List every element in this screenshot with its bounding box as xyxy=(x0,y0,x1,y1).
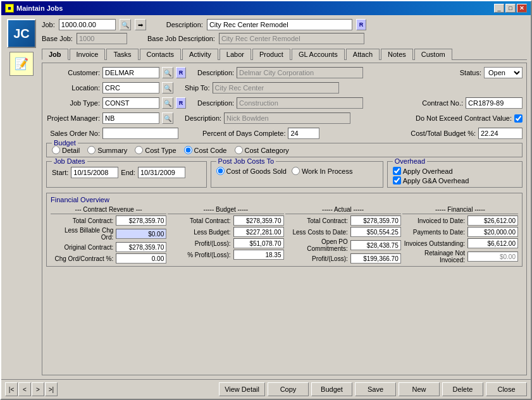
tab-invoice[interactable]: Invoice xyxy=(70,49,106,60)
do-not-exceed-label: Do Not Exceed Contract Value: xyxy=(416,114,512,122)
start-label: Start: xyxy=(52,169,68,176)
pm-search-button[interactable]: 🔍 xyxy=(162,112,173,124)
job-type-r-button[interactable]: R xyxy=(176,97,186,109)
description-input[interactable] xyxy=(207,19,352,30)
location-input[interactable] xyxy=(102,82,159,94)
title-bar: ■ Maintain Jobs _ □ ✕ xyxy=(1,1,531,15)
cost-budget-input[interactable] xyxy=(478,128,523,139)
tab-tasks[interactable]: Tasks xyxy=(106,49,138,60)
tab-bar: Job Invoice Tasks Contacts Activity Labo… xyxy=(42,48,527,60)
budget-cost-category-label: Cost Category xyxy=(245,147,289,154)
location-search-button[interactable]: 🔍 xyxy=(162,82,173,94)
contract-revenue-header: --- Contract Revenue --- xyxy=(51,206,166,214)
do-not-exceed-checkbox[interactable] xyxy=(514,114,523,123)
tab-activity[interactable]: Activity xyxy=(182,49,218,60)
budget-cost-code-radio[interactable] xyxy=(184,146,192,154)
budget-radios: Detail Summary Cost Type Cost Code Cost … xyxy=(52,146,517,154)
f-invoiced-value: $26,612.00 xyxy=(467,215,518,226)
tab-contacts[interactable]: Contacts xyxy=(140,49,181,60)
end-label: End: xyxy=(121,169,135,176)
nav-next-button[interactable]: > xyxy=(32,382,44,396)
view-detail-button[interactable]: View Detail xyxy=(219,382,265,396)
customer-r-button[interactable]: R xyxy=(176,67,186,78)
start-date-input[interactable] xyxy=(71,167,118,178)
save-button[interactable]: Save xyxy=(355,382,396,396)
percent-complete-input[interactable] xyxy=(288,128,319,139)
apply-overhead-checkbox[interactable] xyxy=(393,167,401,175)
job-type-label: Job Type: xyxy=(46,99,100,107)
maximize-button[interactable]: □ xyxy=(505,4,516,13)
f-payments-label: Payments to Date: xyxy=(402,229,467,236)
cogs-radio[interactable] xyxy=(216,167,225,175)
main-panel: Job: 🔍 ➡ Description: R Base Job: Base J… xyxy=(42,19,527,375)
nav-first-button[interactable]: |< xyxy=(5,382,18,396)
b-profit-label: Profit/(Loss): xyxy=(168,240,233,247)
nav-prev-button[interactable]: < xyxy=(18,382,31,396)
budget-section-title: Budget xyxy=(52,139,78,147)
app-icon: ■ xyxy=(5,4,14,13)
customer-row: Customer: 🔍 R Description: Status: Open … xyxy=(46,67,523,78)
main-window: ■ Maintain Jobs _ □ ✕ JC 📝 Job: 🔍 ➡ Desc… xyxy=(0,0,532,400)
a-po-label: Open PO Commitments: xyxy=(285,238,350,252)
pm-input[interactable] xyxy=(102,112,159,124)
cr-chg-label: Chg Ord/Contract %: xyxy=(51,255,116,262)
sales-order-label: Sales Order No: xyxy=(46,130,100,137)
new-button[interactable]: New xyxy=(399,382,440,396)
apply-ga-checkbox[interactable] xyxy=(393,176,401,185)
content-area: JC 📝 Job: 🔍 ➡ Description: R Base Job: B… xyxy=(1,15,531,379)
budget-cost-type-radio[interactable] xyxy=(135,146,143,154)
tab-product[interactable]: Product xyxy=(252,49,290,60)
budget-summary-label: Summary xyxy=(97,147,127,154)
financial-col: ----- Financial ----- Invoiced to Date:$… xyxy=(402,206,518,264)
close-window-button[interactable]: ✕ xyxy=(517,4,527,13)
tab-labor[interactable]: Labor xyxy=(220,49,251,60)
f-payments-value: $20,000.00 xyxy=(467,227,518,237)
budget-detail-radio[interactable] xyxy=(52,146,60,154)
job-search-button[interactable]: 🔍 xyxy=(120,19,131,30)
sales-order-input[interactable] xyxy=(102,128,178,139)
b-total-value: $278,359.70 xyxy=(233,215,284,226)
tab-custom[interactable]: Custom xyxy=(414,49,452,60)
base-job-desc-label: Base Job Description: xyxy=(147,35,215,42)
close-button[interactable]: Close xyxy=(486,382,527,396)
job-type-row: Job Type: 🔍 R Description: Contract No.: xyxy=(46,97,523,109)
customer-input[interactable] xyxy=(102,67,159,78)
b-pct-value: 18.35 xyxy=(233,250,284,260)
delete-button[interactable]: Delete xyxy=(442,382,483,396)
budget-button[interactable]: Budget xyxy=(311,382,352,396)
base-job-label: Base Job: xyxy=(42,35,73,42)
tab-attach[interactable]: Attach xyxy=(346,49,380,60)
budget-detail-label: Detail xyxy=(62,147,80,154)
job-input[interactable] xyxy=(59,19,116,30)
customer-search-button[interactable]: 🔍 xyxy=(162,67,173,78)
budget-summary-radio[interactable] xyxy=(87,146,96,154)
a-profit-value: $199,366.70 xyxy=(350,253,401,264)
minimize-button[interactable]: _ xyxy=(494,4,504,13)
tab-job[interactable]: Job xyxy=(42,49,68,60)
description-r-button[interactable]: R xyxy=(356,19,366,30)
wip-radio[interactable] xyxy=(292,167,300,175)
nav-last-button[interactable]: >| xyxy=(45,382,58,396)
status-dropdown[interactable]: Open Closed xyxy=(484,67,523,78)
copy-button[interactable]: Copy xyxy=(268,382,309,396)
contract-revenue-col: --- Contract Revenue --- Total Contract:… xyxy=(51,206,166,264)
title-buttons: _ □ ✕ xyxy=(494,4,527,13)
sales-row: Sales Order No: Percent of Days Complete… xyxy=(46,128,523,139)
job-type-input[interactable] xyxy=(102,97,159,109)
tab-gl-accounts[interactable]: GL Accounts xyxy=(292,49,345,60)
budget-cost-type-label: Cost Type xyxy=(145,147,176,154)
tab-notes[interactable]: Notes xyxy=(381,49,413,60)
budget-fin-header: ----- Budget ----- xyxy=(168,206,283,214)
a-total-label: Total Contract: xyxy=(285,217,350,224)
budget-cost-category-radio[interactable] xyxy=(235,146,243,154)
job-type-desc-input xyxy=(237,97,363,109)
job-dates-title: Job Dates xyxy=(52,157,87,165)
budget-cost-code-label: Cost Code xyxy=(194,147,227,154)
job-type-search-button[interactable]: 🔍 xyxy=(162,97,173,109)
financial-grid: --- Contract Revenue --- Total Contract:… xyxy=(51,206,518,264)
cogs-label: Cost of Goods Sold xyxy=(226,167,287,175)
b-pct-label: % Profit/(Loss): xyxy=(168,252,233,258)
job-nav-button[interactable]: ➡ xyxy=(135,19,146,30)
contract-no-input[interactable] xyxy=(466,97,523,109)
end-date-input[interactable] xyxy=(138,167,185,178)
